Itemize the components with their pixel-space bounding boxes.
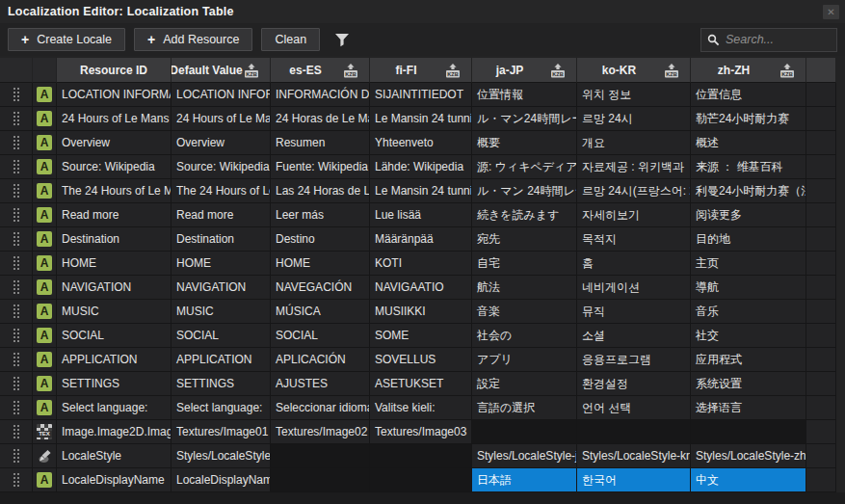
table-cell[interactable]: Overview [172,131,271,155]
resource-id-cell[interactable]: LocaleStyle [57,444,172,468]
resource-id-cell[interactable]: SETTINGS [57,372,172,396]
kzb-export-icon[interactable]: KZB [341,64,360,81]
drag-handle[interactable] [0,324,33,348]
table-cell[interactable]: Destino [271,227,370,252]
table-cell[interactable]: 日本語 [472,468,577,492]
table-cell[interactable]: Textures/Image02 [271,420,370,444]
table-cell[interactable]: 概述 [691,131,806,155]
table-cell[interactable]: 航法 [472,276,577,300]
drag-handle[interactable] [0,276,33,300]
table-cell[interactable]: APPLICATION [172,348,271,372]
table-cell[interactable]: 続きを読みます [472,203,577,227]
table-cell[interactable]: Styles/LocaleStyle-jp [472,444,577,468]
table-cell[interactable]: 홈 [577,252,691,276]
resource-id-cell[interactable]: NAVIGATION [57,276,172,300]
table-cell[interactable] [370,468,472,492]
header-default-value[interactable]: Default ValueKZB [172,58,271,83]
table-cell[interactable]: Resumen [271,131,370,155]
drag-handle[interactable] [0,252,33,276]
table-cell[interactable]: Seleccionar idioma [271,396,370,420]
table-cell[interactable]: 네비게이션 [577,276,691,300]
table-cell[interactable]: LOCATION INFORMATION [172,83,271,107]
table-cell[interactable]: 应用程式 [691,348,806,372]
table-cell[interactable] [577,420,691,444]
header-zh-zh[interactable]: zh-ZHKZB [691,58,806,83]
table-cell[interactable]: LocaleDisplayName [172,468,271,492]
table-cell[interactable] [271,444,370,468]
table-cell[interactable]: SOCIAL [271,324,370,348]
resource-id-cell[interactable]: Destination [57,227,172,252]
table-cell[interactable]: 勒芒24小时耐力赛 [691,107,806,131]
table-cell[interactable]: 源: ウィキペディア [472,155,577,179]
resource-id-cell[interactable]: SOCIAL [57,324,172,348]
table-cell[interactable]: 概要 [472,131,577,155]
resource-id-cell[interactable]: 24 Hours of Le Mans [57,107,172,131]
table-cell[interactable]: SOVELLUS [370,348,472,372]
resource-id-cell[interactable]: Source: Wikipedia [57,155,172,179]
table-cell[interactable]: Määränpää [370,227,472,252]
table-cell[interactable]: NAVIGATION [172,276,271,300]
drag-handle[interactable] [0,155,33,179]
close-icon[interactable]: ✕ [823,5,839,19]
table-cell[interactable]: 位置信息 [691,83,806,107]
table-cell[interactable]: Styles/LocaleStyle-kr [577,444,691,468]
table-cell[interactable]: ル・マン24時間レース [472,107,577,131]
table-cell[interactable]: 系统设置 [691,372,806,396]
resource-id-cell[interactable]: Read more [57,203,172,227]
table-cell[interactable]: Textures/Image01 [172,420,271,444]
table-cell[interactable]: Textures/Image03 [370,420,472,444]
table-cell[interactable]: 中文 [691,468,806,492]
header-resource-id[interactable]: Resource ID [57,58,172,83]
table-cell[interactable]: 환경설정 [577,372,691,396]
table-cell[interactable] [472,420,577,444]
drag-handle[interactable] [0,131,33,155]
resource-id-cell[interactable]: LocaleDisplayName [57,468,172,492]
table-cell[interactable]: 音乐 [691,300,806,324]
drag-handle[interactable] [0,468,33,492]
resource-id-cell[interactable]: HOME [57,252,172,276]
table-cell[interactable]: Select language: [172,396,271,420]
table-cell[interactable]: SOCIAL [172,324,271,348]
resource-id-cell[interactable]: APPLICATION [57,348,172,372]
resource-id-cell[interactable]: The 24 Hours of Le Mans [57,179,172,203]
table-cell[interactable]: NAVEGACIÓN [271,276,370,300]
kzb-export-icon[interactable]: KZB [662,64,681,81]
table-cell[interactable]: AJUSTES [271,372,370,396]
table-cell[interactable]: Fuente: Wikipedia [271,155,370,179]
table-cell[interactable]: 위치 정보 [577,83,691,107]
table-cell[interactable]: 한국어 [577,468,691,492]
table-cell[interactable] [370,444,472,468]
table-cell[interactable]: 設定 [472,372,577,396]
table-cell[interactable] [271,468,370,492]
table-cell[interactable]: 音楽 [472,300,577,324]
table-cell[interactable]: HOME [172,252,271,276]
table-cell[interactable]: ASETUKSET [370,372,472,396]
table-cell[interactable]: 개요 [577,131,691,155]
clean-button[interactable]: Clean [261,28,320,51]
table-cell[interactable]: 主页 [691,252,806,276]
table-cell[interactable]: Leer más [271,203,370,227]
table-cell[interactable]: Destination [172,227,271,252]
table-cell[interactable]: SOME [370,324,472,348]
drag-handle[interactable] [0,444,33,468]
resource-id-cell[interactable]: Select language: [57,396,172,420]
table-cell[interactable]: MÚSICA [271,300,370,324]
table-cell[interactable]: MUSIIKKI [370,300,472,324]
table-cell[interactable]: Lähde: Wikipedia [370,155,472,179]
table-cell[interactable]: 導航 [691,276,806,300]
kzb-export-icon[interactable]: KZB [242,64,261,81]
table-cell[interactable]: Read more [172,203,271,227]
table-cell[interactable]: 选择语言 [691,396,806,420]
table-cell[interactable]: アプリ [472,348,577,372]
table-cell[interactable]: 24 Hours of Le Mans [172,107,271,131]
drag-handle[interactable] [0,396,33,420]
table-cell[interactable]: NAVIGAATIO [370,276,472,300]
table-cell[interactable]: INFORMACIÓN DE UBICACIÓN [271,83,370,107]
kzb-export-icon[interactable]: KZB [548,64,568,81]
search-input[interactable] [726,33,831,46]
table-cell[interactable]: KOTI [370,252,472,276]
header-es-es[interactable]: es-ESKZB [271,58,370,83]
resource-id-cell[interactable]: LOCATION INFORMATION [57,83,172,107]
resource-id-cell[interactable]: Overview [57,131,172,155]
table-cell[interactable]: 르망 24시 [577,107,691,131]
